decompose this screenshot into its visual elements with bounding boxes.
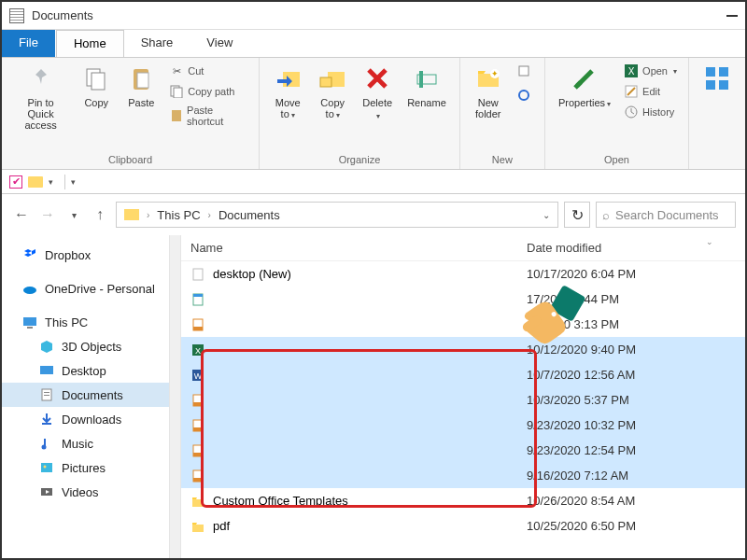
file-row[interactable]: W10/7/2020 12:56 AM [181, 362, 745, 387]
group-new-label: New [470, 152, 535, 167]
cut-button[interactable]: ✂Cut [167, 62, 249, 80]
file-date: 9/16/2020 7:12 AM [517, 469, 745, 483]
breadcrumb-segment[interactable]: Documents [218, 208, 280, 222]
back-button[interactable]: ← [11, 204, 32, 225]
cube-icon [39, 339, 54, 354]
copy-to-button[interactable]: Copy to▾ [314, 62, 351, 121]
chevron-down-icon: ▾ [376, 112, 380, 120]
svg-rect-21 [706, 67, 715, 77]
copy-path-button[interactable]: Copy path [167, 82, 249, 101]
svg-rect-34 [41, 463, 52, 472]
svg-rect-41 [193, 327, 203, 330]
tab-file[interactable]: File [2, 30, 55, 57]
column-date-modified[interactable]: Date modified⌄ [517, 235, 745, 260]
svg-point-33 [42, 445, 47, 450]
history-button[interactable]: History [622, 103, 679, 121]
copy-to-icon [317, 63, 347, 93]
nav-downloads[interactable]: Downloads [2, 407, 169, 431]
file-row[interactable]: 9/23/2020 10:32 PM [181, 413, 745, 438]
nav-onedrive[interactable]: OneDrive - Personal [2, 276, 169, 301]
file-name: Custom Office Templates [213, 494, 348, 508]
svg-rect-11 [419, 71, 423, 88]
file-date: 10/26/2020 8:54 AM [517, 494, 745, 508]
minimize-icon[interactable] [726, 15, 738, 17]
svg-rect-51 [193, 453, 203, 456]
chevron-down-icon[interactable]: ▾ [49, 177, 53, 187]
file-row[interactable]: 13/2020 3:13 PM [181, 312, 745, 337]
pin-to-quick-access-button[interactable]: Pin to Quick access [11, 62, 70, 133]
file-row[interactable]: pdf10/25/2020 6:50 PM [181, 513, 745, 539]
properties-icon [570, 63, 599, 93]
svg-text:W: W [194, 371, 203, 381]
file-row[interactable]: 10/3/2020 5:37 PM [181, 387, 745, 413]
file-row[interactable]: 17/2020 2:44 PM [181, 287, 745, 312]
delete-button[interactable]: Delete▾ [359, 62, 396, 122]
recent-locations-button[interactable]: ▾ [63, 204, 84, 225]
copy-button[interactable]: Copy [78, 62, 115, 110]
svg-rect-23 [706, 80, 715, 90]
copy-icon [81, 63, 111, 93]
pc-icon [22, 315, 37, 329]
file-row[interactable]: Custom Office Templates10/26/2020 8:54 A… [181, 488, 745, 513]
properties-button[interactable]: Properties▾ [555, 62, 614, 110]
doc-icon [190, 292, 205, 307]
forward-button[interactable]: → [37, 204, 58, 225]
chevron-down-icon[interactable]: ⌄ [543, 210, 550, 220]
nav-this-pc[interactable]: This PC [2, 310, 169, 334]
paste-shortcut-button[interactable]: Paste shortcut [167, 103, 249, 129]
nav-3d-objects[interactable]: 3D Objects [2, 334, 169, 358]
pictures-icon [39, 460, 54, 475]
svg-rect-22 [719, 67, 728, 77]
rename-button[interactable]: Rename [403, 62, 450, 110]
navigation-pane: Dropbox OneDrive - Personal This PC 3D O… [2, 235, 170, 560]
nav-documents[interactable]: Documents [2, 383, 169, 407]
nav-music[interactable]: Music [2, 431, 169, 455]
file-row[interactable]: desktop (New)10/17/2020 6:04 PM [181, 261, 745, 287]
desktop-icon [39, 363, 54, 378]
nav-scrollbar[interactable] [170, 235, 181, 560]
file-row[interactable]: 9/23/2020 12:54 PM [181, 438, 745, 463]
file-date: 9/23/2020 10:32 PM [517, 418, 745, 432]
pdf-icon [190, 443, 205, 458]
file-name: pdf [213, 519, 230, 533]
column-name[interactable]: Name [181, 235, 517, 260]
new-folder-button[interactable]: ✦ New folder [470, 62, 507, 121]
svg-text:X: X [628, 66, 635, 77]
chevron-down-icon: ▾ [607, 100, 611, 108]
svg-rect-24 [719, 80, 728, 90]
onedrive-icon [22, 281, 37, 296]
breadcrumb-segment[interactable]: This PC [157, 208, 200, 222]
refresh-button[interactable]: ↻ [564, 202, 590, 228]
nav-pictures[interactable]: Pictures [2, 455, 169, 480]
tab-view[interactable]: View [190, 30, 249, 57]
file-row[interactable]: X10/12/2020 9:40 PM [181, 337, 745, 362]
tab-share[interactable]: Share [124, 30, 190, 57]
new-item-button[interactable] [514, 62, 533, 80]
move-to-button[interactable]: Move to▾ [269, 62, 306, 121]
open-button[interactable]: XOpen▾ [622, 62, 679, 80]
folder-icon [190, 519, 205, 534]
chevron-down-icon: ▾ [336, 111, 340, 119]
file-row[interactable]: 9/16/2020 7:12 AM [181, 463, 745, 488]
window-title: Documents [32, 8, 93, 22]
tab-home[interactable]: Home [56, 30, 124, 57]
move-to-icon [273, 63, 303, 93]
paste-icon [126, 63, 156, 93]
nav-dropbox[interactable]: Dropbox [2, 243, 169, 267]
select-all-checkbox[interactable]: ✔ [9, 175, 22, 189]
svg-rect-54 [192, 499, 204, 507]
chevron-down-icon: ▾ [291, 111, 295, 119]
up-button[interactable]: ↑ [90, 204, 110, 225]
paste-button[interactable]: Paste [122, 62, 160, 110]
easy-access-button[interactable] [514, 86, 533, 105]
address-bar-row: ← → ▾ ↑ › This PC › Documents ⌄ ↻ ⌕ Sear… [2, 194, 745, 235]
select-group-icon[interactable] [698, 62, 736, 95]
search-box[interactable]: ⌕ Search Documents [596, 202, 736, 228]
nav-desktop[interactable]: Desktop [2, 358, 169, 383]
edit-button[interactable]: Edit [622, 82, 679, 101]
overflow-icon[interactable]: ▾ [71, 177, 76, 187]
address-bar[interactable]: › This PC › Documents ⌄ [116, 202, 558, 228]
nav-videos[interactable]: Videos [2, 480, 169, 504]
folder-icon [190, 494, 205, 509]
pdf-icon [190, 317, 205, 332]
